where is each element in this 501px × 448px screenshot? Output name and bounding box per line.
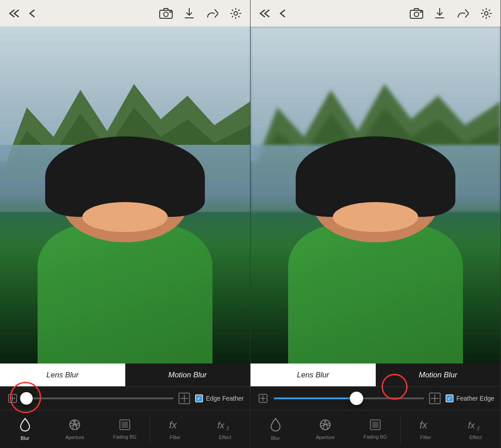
blur-icon-right [269, 418, 282, 434]
motion-blur-btn-left[interactable]: Motion Blur [125, 363, 250, 386]
image-large-icon-right [429, 392, 441, 405]
left-slider-row: ✓ Edge Feather [0, 387, 250, 410]
nav-effect-label-right: Effect [469, 435, 482, 440]
svg-point-5 [234, 12, 238, 15]
lens-blur-btn-right[interactable]: Lens Blur [250, 363, 376, 386]
nav-filter-right[interactable]: fx Filter [401, 410, 451, 448]
settings-icon-right[interactable] [479, 6, 493, 21]
nav-fading-label-right: Fading BG [364, 434, 387, 440]
nav-effect-label-left: Effect [219, 435, 231, 440]
svg-text:2: 2 [477, 426, 480, 431]
nav-blur-label-left: Blur [21, 435, 30, 441]
image-small-icon-right [257, 392, 269, 405]
back-double-right[interactable] [258, 6, 272, 21]
nav-aperture-label-right: Aperture [316, 435, 335, 440]
left-edge-feather[interactable]: ✓ Edge Feather [195, 394, 244, 402]
nav-effect-right[interactable]: fx 2 Effect [450, 410, 501, 448]
left-bottom-nav: Blur Aperture [0, 410, 250, 448]
motion-blur-btn-right[interactable]: Motion Blur [376, 363, 501, 386]
svg-text:2: 2 [226, 426, 229, 431]
svg-point-30 [484, 12, 488, 15]
nav-fading-label-left: Fading BG [113, 434, 137, 440]
fading-icon-right [369, 419, 381, 432]
effect-icon-left: fx 2 [217, 418, 233, 433]
nav-aperture-right[interactable]: Aperture [301, 410, 351, 448]
svg-text:fx: fx [169, 419, 177, 431]
effect-icon-right: fx 2 [467, 418, 484, 433]
svg-text:fx: fx [468, 420, 476, 430]
right-image-area[interactable] [250, 27, 501, 363]
nav-blur-label-right: Blur [271, 435, 280, 441]
nav-aperture-label-left: Aperture [65, 435, 84, 440]
svg-rect-2 [170, 11, 171, 13]
edge-feather-checkbox-right[interactable]: ✓ [446, 394, 454, 402]
aperture-icon-right [319, 418, 331, 433]
left-slider-thumb[interactable] [20, 392, 33, 405]
edge-feather-checkbox-left[interactable]: ✓ [195, 394, 203, 402]
left-controls: Lens Blur Motion Blur [0, 363, 250, 448]
svg-text:fx: fx [420, 419, 428, 431]
right-bottom-nav: Blur Aperture [250, 410, 501, 448]
svg-rect-27 [420, 11, 422, 13]
settings-icon-left[interactable] [229, 6, 243, 21]
left-blur-selector: Lens Blur Motion Blur [0, 363, 250, 387]
nav-blur-right[interactable]: Blur [250, 410, 301, 448]
right-slider-thumb[interactable] [350, 392, 363, 405]
download-icon-left[interactable] [182, 6, 196, 21]
svg-rect-21 [122, 422, 128, 428]
right-slider-fill [274, 397, 357, 399]
filter-icon-right: fx [419, 418, 433, 433]
download-icon-right[interactable] [433, 6, 447, 21]
left-panel: Lens Blur Motion Blur [0, 0, 250, 448]
right-slider-row: ✓ Feather Edge [250, 387, 501, 410]
back-left[interactable] [25, 6, 39, 21]
image-large-icon-left [178, 392, 191, 405]
nav-aperture-left[interactable]: Aperture [50, 410, 100, 448]
right-panel: Lens Blur Motion Blur [250, 0, 501, 448]
left-slider-track[interactable] [23, 397, 174, 399]
camera-icon-left[interactable] [159, 6, 173, 21]
right-blur-selector: Lens Blur Motion Blur [250, 363, 501, 387]
right-edge-feather[interactable]: ✓ Feather Edge [446, 394, 494, 402]
fading-icon-left [119, 419, 131, 432]
nav-blur-left[interactable]: Blur [0, 410, 50, 448]
share-icon-left[interactable] [205, 6, 220, 21]
back-right[interactable] [276, 6, 290, 21]
svg-point-1 [164, 12, 168, 17]
filter-icon-left: fx [168, 418, 183, 433]
right-controls: Lens Blur Motion Blur [250, 363, 501, 448]
right-toolbar [250, 0, 501, 27]
blur-icon-left [19, 418, 31, 434]
nav-fading-left[interactable]: Fading BG [100, 410, 150, 448]
left-toolbar [0, 0, 250, 27]
aperture-icon-left [68, 418, 81, 433]
image-small-icon-left [6, 392, 19, 405]
left-image-area[interactable] [0, 27, 250, 363]
back-double-left[interactable] [7, 6, 21, 21]
nav-filter-left[interactable]: fx Filter [150, 410, 200, 448]
share-icon-right[interactable] [456, 6, 470, 21]
nav-filter-label-left: Filter [170, 435, 180, 440]
lens-blur-btn-left[interactable]: Lens Blur [0, 363, 125, 386]
svg-point-26 [414, 12, 419, 17]
nav-fading-right[interactable]: Fading BG [350, 410, 400, 448]
svg-text:fx: fx [217, 420, 225, 430]
svg-rect-45 [372, 422, 378, 428]
right-slider-track[interactable] [274, 397, 424, 399]
nav-filter-label-right: Filter [420, 435, 431, 440]
nav-effect-left[interactable]: fx 2 Effect [200, 410, 250, 448]
camera-icon-right[interactable] [409, 6, 424, 21]
